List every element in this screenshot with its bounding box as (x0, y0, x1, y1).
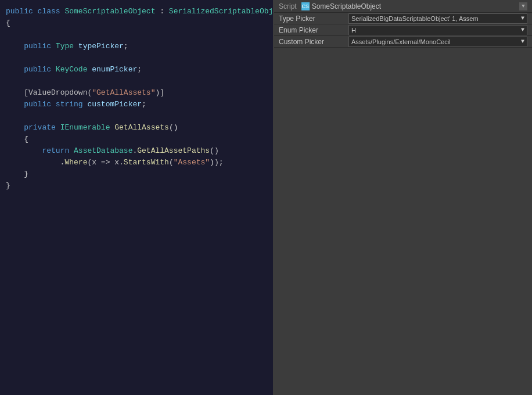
code-line-9: public string customPicker; (0, 99, 273, 110)
script-icon: CS (301, 2, 310, 10)
code-line-14: .Where(x => x.StartsWith("Assets")); (0, 157, 273, 168)
code-line-5 (0, 52, 273, 64)
custom-picker-label: Custom Picker (279, 38, 348, 46)
script-name: SomeScriptableObject (312, 2, 381, 10)
code-line-13: return AssetDatabase.GetAllAssetPaths() (0, 145, 273, 157)
enum-picker-dropdown[interactable]: H ▼ (348, 25, 527, 35)
keyword-public: public (6, 6, 38, 17)
code-line-7 (0, 76, 273, 87)
code-line-10 (0, 110, 273, 122)
keyword-class: class (38, 6, 65, 17)
custom-picker-value: Assets/Plugins/External/MonoCecil (351, 38, 520, 45)
colon: : (155, 6, 168, 17)
inspector-panel: Script CS SomeScriptableObject ▼ Type Pi… (274, 0, 532, 395)
type-picker-value: SerializedBigDataScriptableObject' 1, As… (351, 15, 520, 22)
base-class: SerializedScriptableObject (169, 6, 273, 17)
type-picker-arrow: ▼ (521, 15, 524, 21)
code-line-12: { (0, 134, 273, 145)
type-picker-row: Type Picker SerializedBigDataScriptableO… (274, 13, 532, 24)
type-picker-label: Type Picker (279, 15, 348, 23)
code-line-3 (0, 29, 273, 41)
code-line-1: public class SomeScriptableObject : Seri… (0, 6, 273, 17)
code-line-2: { (0, 17, 273, 29)
inspector-script-row: Script CS SomeScriptableObject ▼ (274, 0, 532, 13)
code-line-4: public Type typePicker; (0, 41, 273, 52)
custom-picker-dropdown[interactable]: Assets/Plugins/External/MonoCecil ▼ (348, 37, 527, 47)
code-line-11: private IEnumerable GetAllAssets() (0, 122, 273, 134)
expand-icon: ▼ (522, 3, 524, 9)
code-editor: public class SomeScriptableObject : Seri… (0, 0, 273, 395)
code-line-15: } (0, 168, 273, 180)
script-label: Script (279, 2, 297, 10)
enum-picker-label: Enum Picker (279, 26, 348, 34)
enum-picker-value: H (351, 27, 520, 34)
code-line-6: public KeyCode enumPicker; (0, 64, 273, 76)
custom-picker-row: Custom Picker Assets/Plugins/External/Mo… (274, 36, 532, 48)
expand-button[interactable]: ▼ (519, 2, 527, 10)
class-name: SomeScriptableObject (64, 6, 155, 17)
type-picker-dropdown[interactable]: SerializedBigDataScriptableObject' 1, As… (348, 13, 527, 24)
enum-picker-arrow: ▼ (521, 27, 524, 33)
enum-picker-row: Enum Picker H ▼ (274, 24, 532, 36)
custom-picker-arrow: ▼ (521, 38, 524, 45)
code-line-8: [ValueDropdown("GetAllAssets")] (0, 87, 273, 99)
code-line-16: } (0, 180, 273, 192)
